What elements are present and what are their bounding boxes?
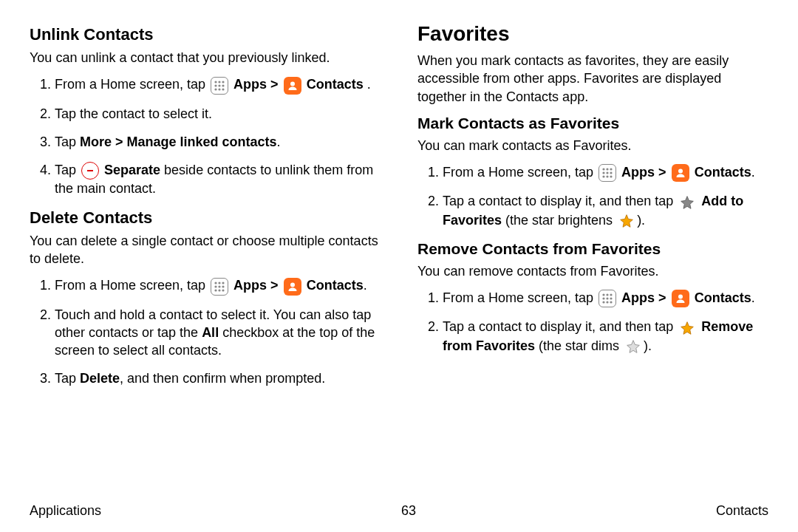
list-item: From a Home screen, tap Apps > Contacts … <box>55 75 381 94</box>
svg-point-30 <box>678 169 683 174</box>
text: From a Home screen, tap <box>55 77 209 92</box>
svg-point-3 <box>214 84 216 86</box>
apps-icon <box>211 278 228 296</box>
bold-text: Delete <box>80 371 120 386</box>
text: Tap a contact to display it, and then ta… <box>443 194 677 208</box>
text: . <box>277 134 281 149</box>
chevron-icon: > <box>658 290 666 305</box>
svg-point-15 <box>218 285 220 287</box>
text: Tap <box>55 134 80 149</box>
chevron-icon: > <box>270 278 279 293</box>
right-column: Favorites When you mark contacts as favo… <box>417 22 768 398</box>
intro-delete: You can delete a single contact or choos… <box>30 232 381 268</box>
label-contacts: Contacts <box>307 77 364 92</box>
contacts-icon <box>672 164 689 182</box>
svg-point-9 <box>290 81 295 86</box>
text: . <box>751 290 755 305</box>
svg-rect-10 <box>87 170 93 171</box>
text: , and then confirm when prompted. <box>120 371 325 386</box>
label-contacts: Contacts <box>695 290 751 305</box>
bold-text: All <box>202 325 219 340</box>
svg-point-13 <box>222 282 224 284</box>
page-footer: Applications 63 Contacts <box>30 503 768 519</box>
list-item: Tap Delete, and then confirm when prompt… <box>55 369 381 387</box>
svg-point-16 <box>222 285 224 287</box>
text: Tap <box>55 163 80 177</box>
svg-point-24 <box>602 172 604 174</box>
heading-favorites: Favorites <box>417 22 768 46</box>
star-outline-icon <box>624 338 642 355</box>
text: (the star dims <box>535 338 623 353</box>
intro-favorites: When you mark contacts as favorites, the… <box>417 52 768 106</box>
contacts-icon <box>284 77 301 95</box>
svg-point-32 <box>606 294 608 296</box>
svg-point-29 <box>610 176 612 178</box>
list-item: Tap Separate beside contacts to unlink t… <box>55 161 381 198</box>
list-item: From a Home screen, tap Apps > Contacts. <box>443 163 768 182</box>
svg-point-12 <box>218 282 220 284</box>
text: Tap <box>55 371 80 386</box>
text: beside contacts to unlink them from the … <box>55 163 373 196</box>
label-apps: Apps <box>621 165 655 180</box>
svg-point-27 <box>602 176 604 178</box>
svg-point-5 <box>222 84 224 86</box>
chevron-icon: > <box>658 165 666 180</box>
label-contacts: Contacts <box>695 165 751 180</box>
list-item: Touch and hold a contact to select it. Y… <box>55 306 381 360</box>
svg-point-7 <box>218 88 220 90</box>
svg-point-0 <box>214 81 216 83</box>
intro-remove: You can remove contacts from Favorites. <box>417 262 768 280</box>
text: From a Home screen, tap <box>443 165 597 180</box>
heading-unlink-contacts: Unlink Contacts <box>30 25 381 44</box>
svg-point-19 <box>222 289 224 291</box>
label-apps: Apps <box>621 290 655 305</box>
text: Tap a contact to display it, and then ta… <box>443 319 677 334</box>
heading-delete-contacts: Delete Contacts <box>30 208 381 228</box>
heading-remove-favorites: Remove Contacts from Favorites <box>417 240 768 258</box>
star-gold-icon <box>618 212 635 230</box>
apps-icon <box>598 164 616 182</box>
svg-point-26 <box>610 172 612 174</box>
steps-delete: From a Home screen, tap Apps > Contacts.… <box>30 276 381 387</box>
footer-page-number: 63 <box>401 503 416 519</box>
steps-mark: From a Home screen, tap Apps > Contacts.… <box>417 163 768 230</box>
contacts-icon <box>284 278 301 296</box>
star-gold-icon <box>678 319 696 337</box>
svg-point-35 <box>606 298 608 300</box>
svg-point-6 <box>214 88 216 90</box>
steps-remove: From a Home screen, tap Apps > Contacts.… <box>417 289 768 355</box>
svg-point-17 <box>214 289 216 291</box>
text: From a Home screen, tap <box>443 290 597 305</box>
apps-icon <box>598 290 616 307</box>
separate-icon <box>81 162 99 180</box>
footer-right: Contacts <box>716 503 768 519</box>
svg-point-36 <box>610 298 612 300</box>
text: (the star brightens <box>502 213 616 228</box>
star-gray-icon <box>678 194 696 211</box>
text: . <box>364 278 367 293</box>
svg-point-34 <box>602 298 604 300</box>
text: ). <box>644 338 652 353</box>
intro-mark: You can mark contacts as Favorites. <box>417 137 768 154</box>
svg-point-1 <box>218 81 220 83</box>
list-item: Tap the contact to select it. <box>55 105 381 123</box>
content-columns: Unlink Contacts You can unlink a contact… <box>30 22 768 398</box>
contacts-icon <box>672 290 689 307</box>
label-apps: Apps <box>233 278 267 293</box>
svg-point-28 <box>606 176 608 178</box>
apps-icon <box>211 77 228 95</box>
svg-point-25 <box>606 172 608 174</box>
list-item: From a Home screen, tap Apps > Contacts. <box>55 276 381 295</box>
intro-unlink: You can unlink a contact that you previo… <box>30 49 381 66</box>
svg-point-18 <box>218 289 220 291</box>
list-item: Tap a contact to display it, and then ta… <box>443 192 768 230</box>
svg-point-31 <box>602 294 604 296</box>
list-item: Tap a contact to display it, and then ta… <box>443 318 768 355</box>
heading-mark-favorites: Mark Contacts as Favorites <box>417 115 768 132</box>
svg-point-14 <box>214 285 216 287</box>
text: From a Home screen, tap <box>55 278 209 293</box>
svg-point-8 <box>222 88 224 90</box>
steps-unlink: From a Home screen, tap Apps > Contacts … <box>30 75 381 197</box>
svg-point-38 <box>606 301 608 304</box>
list-item: Tap More > Manage linked contacts. <box>55 133 381 151</box>
